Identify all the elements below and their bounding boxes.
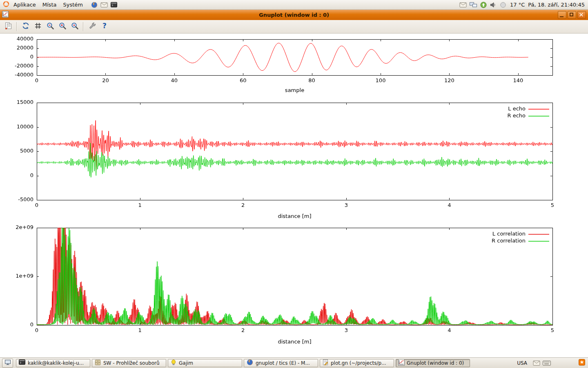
toolbar-zoom-previous-button[interactable] [45, 21, 56, 32]
taskbar-window-label: gnuplot / tics (E) - M... [256, 360, 316, 366]
taskbar-window-button[interactable]: plot.gn (~/projects/p... [320, 359, 394, 367]
window-titlebar[interactable]: Gnuplot (window id : 0) [0, 10, 588, 20]
ubuntu-logo-icon[interactable] [2, 0, 10, 9]
screens-tray-icon[interactable] [469, 1, 477, 9]
zoom-previous-icon [46, 22, 54, 31]
taskbar-tray-icons [533, 360, 551, 366]
mail-tray-icon[interactable] [533, 360, 540, 366]
svg-text:?: ? [102, 22, 107, 30]
toolbar-help-button[interactable]: ? [99, 21, 110, 32]
taskbar: kaklik@kaklik-kolej-u...SW - Prohlížeč s… [0, 357, 588, 368]
tray-icons [459, 1, 507, 9]
waveform-plot[interactable] [0, 34, 588, 97]
close-button[interactable] [577, 11, 586, 19]
gajim-icon [170, 359, 177, 367]
gnuplot-icon [398, 359, 405, 367]
panel-menubar: Aplikace Místa Systém [2, 0, 118, 9]
autoscale-icon [71, 22, 79, 31]
toolbar-autoscale-button[interactable] [69, 21, 80, 32]
echo-plot[interactable] [0, 97, 588, 223]
menu-applications[interactable]: Aplikace [11, 1, 39, 8]
minimize-icon [560, 16, 564, 17]
taskbar-window-label: kaklik@kaklik-kolej-u... [28, 360, 88, 366]
mail-tray-icon[interactable] [459, 2, 467, 8]
grid-icon [34, 22, 42, 31]
mail-launcher-icon[interactable] [100, 2, 108, 8]
taskbar-tray: USA [515, 359, 586, 367]
taskbar-window-button[interactable]: Gajim [168, 359, 242, 367]
gnuplot-window-icon [2, 11, 9, 19]
taskbar-window-button[interactable]: kaklik@kaklik-kolej-u... [16, 359, 90, 367]
taskbar-window-label: plot.gn (~/projects/p... [331, 360, 392, 366]
notification-badge-icon[interactable] [579, 359, 585, 367]
firefox-launcher-icon[interactable] [91, 1, 98, 9]
toolbar-zoom-next-button[interactable] [57, 21, 68, 32]
taskbar-window-label: Gajim [179, 360, 240, 366]
firefox-icon [246, 359, 254, 367]
taskbar-window-list: kaklik@kaklik-kolej-u...SW - Prohlížeč s… [16, 359, 470, 367]
minimize-button[interactable] [558, 11, 566, 19]
window-controls [558, 11, 586, 19]
panel-tray: 17 °C Pá, 18. září, 21:40:45 [459, 1, 586, 9]
taskbar-window-label: SW - Prohlížeč souborů [103, 360, 164, 366]
keyboard-layout-indicator[interactable]: USA [515, 360, 529, 366]
terminal-launcher-icon[interactable] [110, 1, 118, 9]
taskbar-window-label: Gnuplot (window id : 0) [407, 360, 468, 366]
toolbar-separator [16, 22, 17, 31]
toolbar-settings-button[interactable] [87, 21, 98, 32]
refresh-icon [22, 22, 30, 31]
help-icon: ? [100, 22, 109, 31]
toolbar-grid-button[interactable] [32, 21, 43, 32]
taskbar-window-button[interactable]: Gnuplot (window id : 0) [396, 359, 470, 367]
update-tray-icon[interactable] [480, 1, 487, 9]
toolbar-separator [83, 22, 84, 31]
menu-places[interactable]: Místa [40, 1, 60, 8]
maximize-icon [570, 13, 573, 16]
menu-system[interactable]: Systém [60, 1, 85, 8]
window-toolbar: ? [0, 20, 588, 34]
copy-icon [4, 22, 12, 31]
maximize-button[interactable] [568, 11, 576, 19]
terminal-icon [18, 359, 26, 367]
plot-area [0, 34, 588, 357]
toolbar-refresh-button[interactable] [20, 21, 31, 32]
ubuntu-logo-icon [2, 2, 10, 9]
correlation-plot[interactable] [0, 223, 588, 349]
taskbar-window-button[interactable]: SW - Prohlížeč souborů [92, 359, 166, 367]
gnuplot-icon [2, 11, 9, 19]
window-title: Gnuplot (window id : 0) [0, 12, 588, 18]
panel-launchers [91, 1, 118, 9]
weather-tray-icon[interactable] [499, 1, 507, 9]
volume-tray-icon[interactable] [490, 1, 497, 9]
top-panel: Aplikace Místa Systém 17 °C Pá, 18. září… [0, 0, 588, 10]
show-desktop-button[interactable] [2, 359, 13, 368]
show-desktop-icon [4, 359, 11, 367]
orange-badge-icon [579, 359, 585, 367]
settings-icon [88, 22, 96, 31]
toolbar-copy-button[interactable] [2, 21, 13, 32]
temperature-indicator: 17 °C [510, 2, 525, 8]
editor-icon [322, 359, 329, 367]
zoom-next-icon [58, 22, 67, 31]
clock[interactable]: Pá, 18. září, 21:40:45 [528, 2, 585, 8]
keyboard-tray-icon[interactable] [543, 360, 551, 366]
file-manager-icon [94, 359, 101, 367]
taskbar-window-button[interactable]: gnuplot / tics (E) - M... [244, 359, 318, 367]
